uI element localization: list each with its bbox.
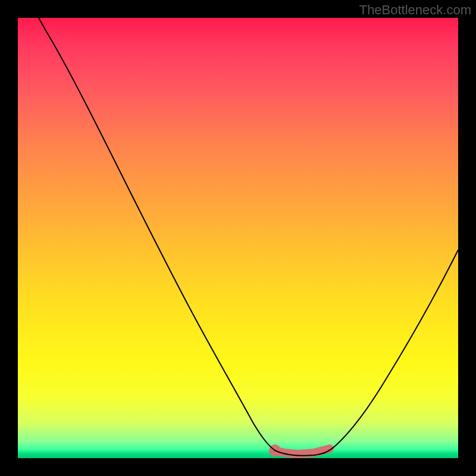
bottleneck-curve-line	[18, 0, 458, 456]
bottleneck-chart	[18, 18, 458, 458]
chart-background-gradient	[18, 18, 458, 458]
watermark-text: TheBottleneck.com	[359, 2, 471, 18]
